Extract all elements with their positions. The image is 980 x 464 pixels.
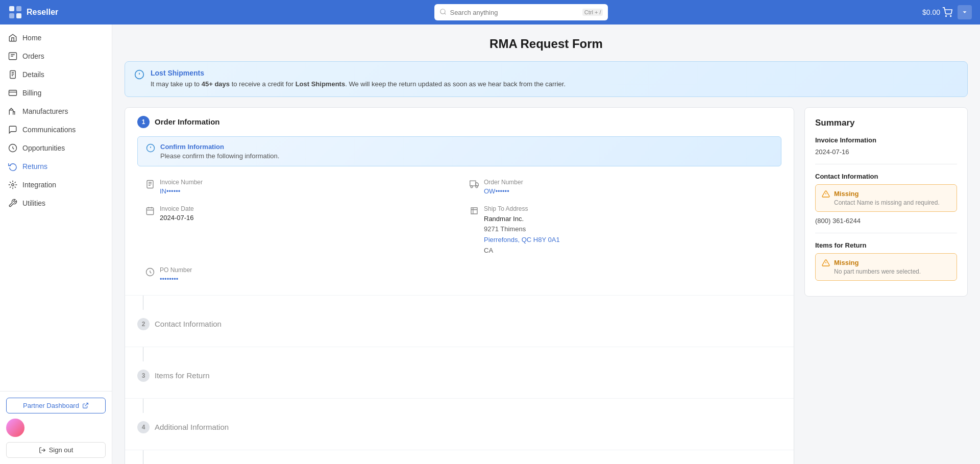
cart-amount[interactable]: $0.00	[922, 7, 952, 17]
billing-icon	[8, 88, 17, 97]
sidebar-item-manufacturers[interactable]: Manufacturers	[0, 102, 112, 120]
alert-bold-shipments: Lost Shipments	[296, 80, 346, 88]
sidebar-label-orders: Orders	[22, 52, 44, 60]
home-icon	[8, 33, 17, 42]
search-input[interactable]	[450, 9, 579, 16]
svg-point-4	[440, 9, 445, 13]
external-link-icon	[82, 402, 89, 409]
svg-rect-8	[10, 71, 16, 79]
communications-icon	[8, 125, 17, 134]
sidebar-item-utilities[interactable]: Utilities	[0, 194, 112, 212]
svg-line-12	[85, 403, 88, 406]
app-name: Reseller	[27, 8, 58, 17]
details-icon	[8, 70, 17, 79]
sidebar-label-integration: Integration	[22, 181, 56, 189]
step-4-number: 4	[137, 421, 150, 433]
step-connector-2-3	[125, 347, 794, 361]
contact-missing-title: Missing	[834, 190, 940, 198]
confirm-info-icon	[146, 143, 155, 155]
top-navigation: Reseller Ctrl + / $0.00	[0, 0, 980, 25]
confirm-box-content: Confirm Information Please confirm the f…	[160, 143, 279, 160]
confirm-box-title: Confirm Information	[160, 143, 279, 151]
invoice-date-label: Invoice Date	[160, 205, 194, 212]
sidebar-item-integration[interactable]: Integration	[0, 176, 112, 194]
sidebar-label-utilities: Utilities	[22, 199, 45, 207]
connector-line-2	[143, 347, 143, 361]
opportunities-icon	[8, 143, 17, 153]
step-4-section: 4 Additional Information	[125, 413, 794, 450]
address-block: Randmar Inc. 9271 Thimens Pierrefonds, Q…	[484, 214, 560, 256]
items-missing-content: Missing No part numbers were selected.	[834, 259, 921, 275]
step-3-number: 3	[137, 370, 150, 382]
svg-point-5	[946, 16, 947, 17]
connector-line-3	[143, 399, 143, 413]
partner-dashboard-button[interactable]: Partner Dashboard	[6, 398, 106, 413]
top-nav-right: $0.00	[922, 5, 972, 19]
search-box[interactable]: Ctrl + /	[434, 4, 608, 20]
user-menu-dropdown[interactable]	[958, 5, 972, 19]
step-2-section: 2 Contact Information	[125, 310, 794, 347]
svg-rect-24	[146, 208, 154, 215]
alert-body-suffix: . We will keep the return updated as soo…	[345, 80, 566, 88]
confirm-info-box: Confirm Information Please confirm the f…	[137, 136, 781, 166]
alert-content: Lost Shipments It may take up to 45+ day…	[151, 69, 566, 89]
warning-icon-contact	[822, 190, 830, 200]
logo-icon	[8, 5, 22, 19]
step-connector-1-2	[125, 296, 794, 310]
warning-icon-items	[822, 259, 830, 268]
addr-name: Randmar Inc.	[484, 214, 560, 225]
connector-line-4	[143, 450, 143, 464]
sidebar-item-opportunities[interactable]: Opportunities	[0, 139, 112, 157]
summary-phone: (800) 361-6244	[815, 217, 957, 225]
manufacturers-icon	[8, 107, 17, 116]
sidebar-item-billing[interactable]: Billing	[0, 84, 112, 102]
sidebar-label-returns: Returns	[22, 162, 47, 170]
sidebar-item-details[interactable]: Details	[0, 65, 112, 84]
utilities-icon	[8, 199, 17, 208]
returns-icon	[8, 162, 17, 171]
connector-line	[143, 296, 143, 310]
order-info-grid: Invoice Number IN•••••• Order Number OW•…	[137, 175, 781, 287]
cart-icon	[942, 7, 952, 17]
invoice-number-field: Invoice Number IN••••••	[145, 179, 449, 195]
avatar	[6, 419, 24, 437]
sidebar-bottom: Partner Dashboard Sign out	[0, 391, 112, 464]
ship-to-content: Ship To Address Randmar Inc. 9271 Thimen…	[484, 205, 560, 256]
step-2-header: 2 Contact Information	[137, 318, 781, 330]
sidebar-item-returns[interactable]: Returns	[0, 157, 112, 176]
app-logo: Reseller	[8, 5, 120, 19]
sign-out-button[interactable]: Sign out	[6, 442, 106, 458]
sidebar-item-orders[interactable]: Orders	[0, 47, 112, 65]
contact-missing-content: Missing Contact Name is missing and requ…	[834, 190, 940, 206]
invoice-date-field: Invoice Date 2024-07-16	[145, 205, 449, 256]
sidebar-item-communications[interactable]: Communications	[0, 120, 112, 139]
truck-icon	[470, 180, 479, 190]
sidebar-label-home: Home	[22, 34, 41, 42]
info-icon	[134, 69, 144, 82]
step-3-section: 3 Items for Return	[125, 361, 794, 399]
items-missing-box: Missing No part numbers were selected.	[815, 253, 957, 281]
po-number-field: PO Number ••••••••	[145, 266, 449, 283]
ship-to-label: Ship To Address	[484, 205, 560, 212]
step-2-number: 2	[137, 318, 150, 330]
svg-rect-0	[9, 6, 14, 11]
sidebar: Home Orders Details Billing Manufacturer…	[0, 25, 112, 464]
po-icon	[145, 267, 155, 278]
signout-icon	[39, 447, 46, 454]
main-content: RMA Request Form Lost Shipments It may t…	[112, 25, 980, 464]
invoice-icon	[145, 180, 155, 190]
svg-rect-2	[9, 13, 14, 18]
invoice-number-content: Invoice Number IN••••••	[160, 179, 203, 195]
sidebar-item-home[interactable]: Home	[0, 29, 112, 47]
svg-point-23	[476, 186, 478, 188]
step-connector-4-5	[125, 450, 794, 464]
summary-invoice-title: Invoice Information	[815, 136, 957, 144]
invoice-number-value: IN••••••	[160, 187, 203, 195]
sidebar-label-communications: Communications	[22, 126, 76, 134]
invoice-number-label: Invoice Number	[160, 179, 203, 186]
items-missing-title: Missing	[834, 259, 921, 266]
confirm-box-text: Please confirm the following information…	[160, 152, 279, 160]
svg-rect-9	[9, 90, 17, 96]
order-number-value: OW••••••	[484, 187, 523, 195]
step-connector-3-4	[125, 399, 794, 413]
